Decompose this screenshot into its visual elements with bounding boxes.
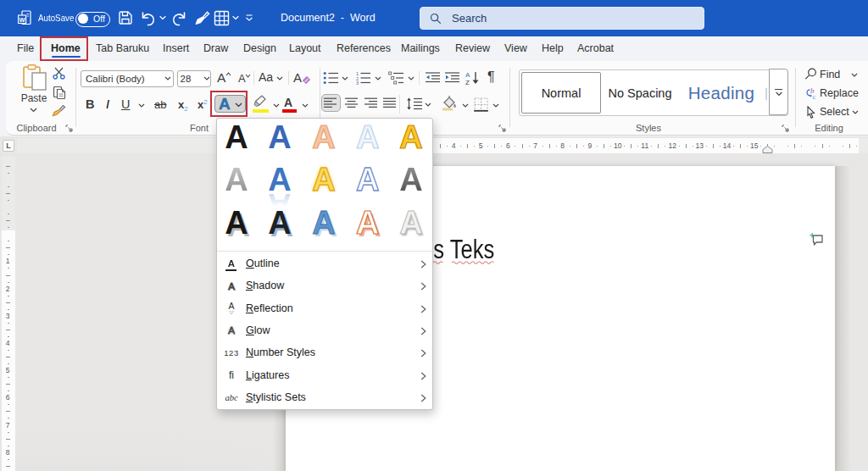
svg-text:3: 3 [356, 80, 359, 85]
svg-text:W: W [19, 16, 26, 24]
svg-text:Z: Z [465, 79, 470, 86]
svg-text:c: c [813, 92, 816, 101]
svg-text:A: A [465, 71, 470, 79]
